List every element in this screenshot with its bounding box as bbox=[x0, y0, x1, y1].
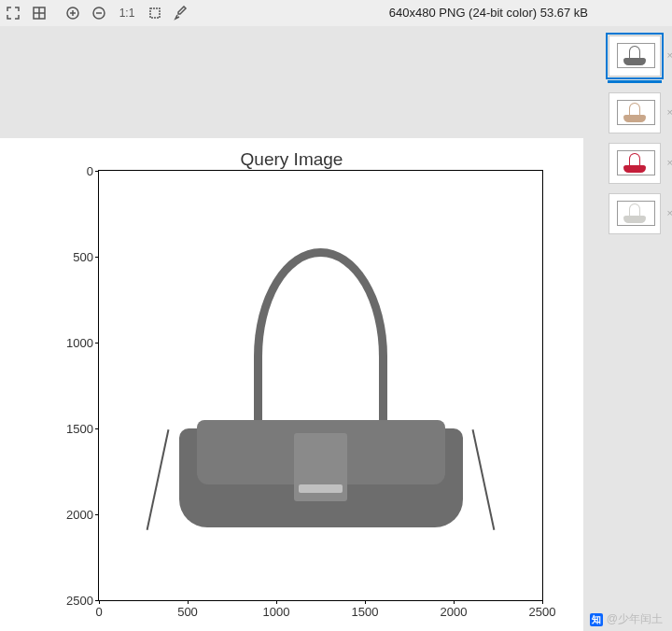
thumbnail-panel: ×××× bbox=[597, 26, 672, 631]
xtick: 500 bbox=[177, 605, 198, 619]
zoom-out-icon[interactable] bbox=[88, 2, 110, 24]
ytick: 1000 bbox=[62, 336, 93, 350]
plot-axes: 0 500 1000 1500 2000 2500 0 500 1000 150… bbox=[98, 170, 543, 601]
xtick: 2000 bbox=[441, 605, 468, 619]
grid-icon[interactable] bbox=[28, 2, 50, 24]
close-icon[interactable]: × bbox=[667, 207, 672, 218]
zhihu-icon: 知 bbox=[590, 613, 603, 626]
ytick: 1500 bbox=[62, 422, 93, 436]
crop-icon[interactable] bbox=[144, 2, 166, 24]
ytick: 500 bbox=[62, 250, 93, 264]
ytick: 0 bbox=[62, 164, 93, 178]
watermark: 知@少年闰土 bbox=[590, 611, 663, 627]
image-info-label: 640x480 PNG (24-bit color) 53.67 kB bbox=[389, 6, 588, 20]
xtick: 1500 bbox=[352, 605, 379, 619]
ytick: 2500 bbox=[62, 594, 93, 608]
thumbnail-item[interactable]: × bbox=[609, 193, 661, 234]
thumbnail-item[interactable]: × bbox=[609, 35, 661, 77]
xtick: 0 bbox=[95, 605, 102, 619]
eyedropper-icon[interactable] bbox=[170, 2, 192, 24]
close-icon[interactable]: × bbox=[667, 157, 672, 168]
plot-canvas: Query Image 0 500 1000 1500 2000 2500 0 … bbox=[0, 138, 583, 631]
zoom-in-icon[interactable] bbox=[62, 2, 84, 24]
fullscreen-icon[interactable] bbox=[2, 2, 24, 24]
svg-rect-3 bbox=[150, 8, 160, 18]
close-icon[interactable]: × bbox=[667, 106, 672, 118]
one-to-one-button[interactable]: 1:1 bbox=[114, 2, 140, 24]
ytick: 2000 bbox=[62, 508, 93, 522]
watermark-text: @少年闰土 bbox=[607, 612, 663, 625]
image-viewer: Query Image 0 500 1000 1500 2000 2500 0 … bbox=[0, 26, 597, 631]
close-icon[interactable]: × bbox=[667, 49, 672, 61]
thumbnail-item[interactable]: × bbox=[609, 92, 661, 133]
thumbnail-item[interactable]: × bbox=[609, 143, 661, 184]
xtick: 1000 bbox=[263, 605, 290, 619]
xtick: 2500 bbox=[529, 605, 556, 619]
